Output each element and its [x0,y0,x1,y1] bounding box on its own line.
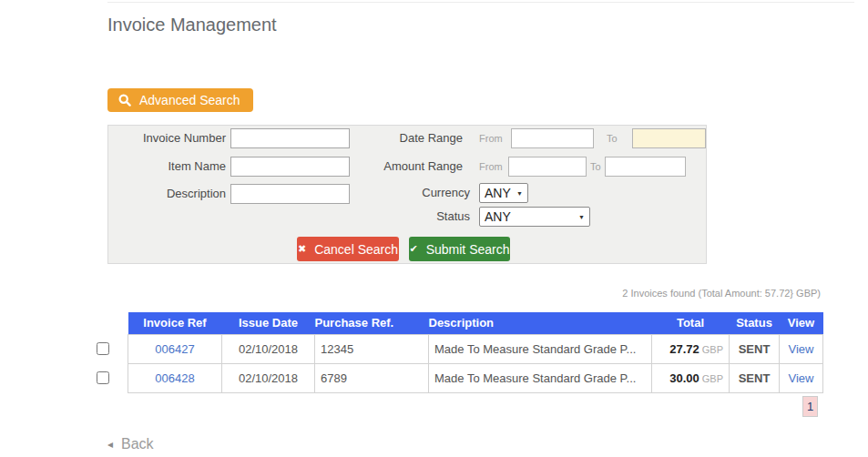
amount-from-label: From [479,157,503,177]
pagination-page-1[interactable]: 1 [802,396,818,417]
cancel-search-button[interactable]: ✖ Cancel Search [297,237,399,261]
invoice-number-input[interactable] [230,128,350,148]
col-total: Total [652,312,730,334]
cancel-icon: ✖ [298,244,306,254]
total-currency: GBP [702,373,723,384]
cancel-search-label: Cancel Search [314,242,398,257]
total-amount: 30.00 [669,371,700,385]
status-badge: SENT [730,334,780,363]
item-name-label: Item Name [108,157,226,177]
currency-label: Currency [379,183,470,203]
table-row: 006428 02/10/2018 6789 Made To Measure S… [128,363,823,392]
col-description: Description [429,312,652,334]
description-cell: Made To Measure Standard Grade P... [429,334,652,363]
date-range-label: Date Range [372,128,463,148]
view-link[interactable]: View [789,342,814,356]
col-view: View [780,312,823,334]
results-summary: 2 Invoices found (Total Amount: 57.72} G… [622,288,821,299]
date-to-input[interactable] [632,128,706,148]
amount-range-label: Amount Range [363,157,463,177]
date-to-label: To [607,128,618,148]
total-cell: 27.72GBP [652,334,730,363]
amount-to-label: To [590,157,601,177]
col-issue-date: Issue Date [222,312,315,334]
row-select-checkbox[interactable] [97,342,109,355]
invoice-ref-link[interactable]: 006428 [155,371,194,385]
table-row: 006427 02/10/2018 12345 Made To Measure … [128,334,823,363]
check-icon: ✔ [409,244,417,254]
total-cell: 30.00GBP [652,363,730,392]
top-divider [107,2,854,3]
status-select-value: ANY [485,209,511,224]
back-arrow-icon: ◂ [107,438,113,451]
back-label: Back [121,436,154,452]
advanced-search-panel: Invoice Number Item Name Description Dat… [107,125,707,264]
item-name-input[interactable] [230,157,350,177]
page-title: Invoice Management [107,15,277,36]
view-link[interactable]: View [789,371,814,385]
invoice-table: Invoice Ref Issue Date Purchase Ref. Des… [128,312,823,393]
status-select[interactable]: ANY ▼ [479,207,590,227]
col-status: Status [730,312,780,334]
amount-to-input[interactable] [605,157,686,177]
date-from-input[interactable] [511,128,594,148]
search-icon [118,94,131,107]
currency-select[interactable]: ANY ▼ [479,183,528,203]
advanced-search-label: Advanced Search [139,93,240,107]
status-badge: SENT [730,363,780,392]
currency-select-value: ANY [485,186,511,200]
invoice-number-label: Invoice Number [108,128,226,148]
total-currency: GBP [702,344,723,355]
invoice-ref-link[interactable]: 006427 [155,342,194,356]
date-from-label: From [479,128,503,148]
purchase-ref-cell: 12345 [315,334,429,363]
purchase-ref-cell: 6789 [315,363,429,392]
issue-date-cell: 02/10/2018 [222,334,315,363]
submit-search-button[interactable]: ✔ Submit Search [409,237,510,261]
chevron-down-icon: ▼ [516,190,523,197]
chevron-down-icon: ▼ [578,214,585,220]
advanced-search-button[interactable]: Advanced Search [107,88,253,112]
description-cell: Made To Measure Standard Grade P... [429,363,652,392]
row-select-checkbox[interactable] [97,371,109,384]
col-purchase-ref: Purchase Ref. [315,312,429,334]
issue-date-cell: 02/10/2018 [222,363,315,392]
col-invoice-ref: Invoice Ref [128,312,222,334]
description-label: Description [108,184,226,204]
status-label: Status [379,207,470,227]
description-input[interactable] [230,184,350,204]
total-amount: 27.72 [669,342,700,356]
submit-search-label: Submit Search [426,242,510,257]
table-header-row: Invoice Ref Issue Date Purchase Ref. Des… [128,312,823,334]
back-link[interactable]: ◂ Back [107,436,154,452]
amount-from-input[interactable] [508,157,587,177]
